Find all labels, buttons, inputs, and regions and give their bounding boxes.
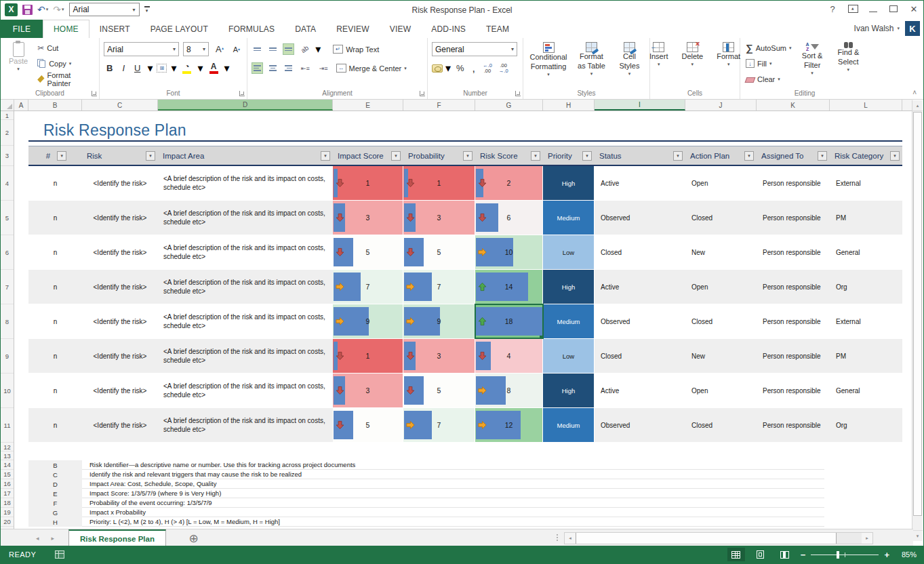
cell-impact-score[interactable]: 5 [333,408,403,442]
zoom-slider-thumb[interactable] [837,551,839,559]
cell-risk-category[interactable]: General [830,374,902,407]
qat-font-combo[interactable]: Arial▾ [69,3,140,16]
cell-assigned-to[interactable]: Person responsible [757,408,830,442]
cell-impact-score[interactable]: 9 [333,304,403,338]
cell-impact-area[interactable]: <A brief description of the risk and its… [158,339,333,373]
cell-impact-score[interactable]: 1 [333,339,403,373]
filter-button[interactable]: ▼ [57,151,66,161]
row-header-11[interactable]: 11 [1,408,14,443]
cell-status[interactable]: Observed [595,408,685,442]
filter-button[interactable]: ▼ [818,151,827,161]
sheet-title[interactable]: Risk Response Plan [28,120,902,142]
zoom-level[interactable]: 85% [896,550,917,559]
cell-risk-category[interactable]: External [830,166,902,200]
row-header-13[interactable]: 13 [1,451,14,460]
signed-in-user[interactable]: Ivan Walsh▾ [854,24,900,33]
row-header-6[interactable]: 6 [1,235,14,270]
cell-impact-score[interactable]: 3 [333,374,403,407]
borders-button[interactable]: ⊞ [157,64,167,73]
column-header-A[interactable]: A [14,100,28,110]
middle-align-button[interactable] [267,43,279,55]
legend-text[interactable]: Impact Area: Cost, Schedule, Scope, Qual… [82,479,824,489]
column-header-C[interactable]: C [82,100,158,110]
cell-probability[interactable]: 3 [403,201,475,235]
cell-risk[interactable]: <Identify the risk> [82,235,158,269]
cell-priority[interactable]: Medium [543,201,595,235]
dialog-launcher-icon[interactable] [420,91,425,96]
cell-probability[interactable]: 1 [403,166,475,200]
cell-risk-id[interactable]: n [28,339,82,373]
conditional-formatting-button[interactable]: Conditional Formatting▾ [527,41,569,87]
minimize-button[interactable] [868,2,879,16]
tab-formulas[interactable]: FORMULAS [218,20,285,38]
cell-risk[interactable]: <Identify the risk> [82,166,158,200]
filter-button[interactable]: ▼ [673,151,683,161]
filter-button[interactable]: ▼ [744,151,754,161]
cell-assigned-to[interactable]: Person responsible [757,201,830,235]
row-header-5[interactable]: 5 [1,201,14,235]
font-name-combo[interactable]: Arial▾ [104,42,179,56]
filter-button[interactable]: ▼ [146,151,155,161]
excel-logo-icon[interactable]: X [5,3,18,16]
legend-key[interactable]: F [28,498,82,508]
bottom-align-button[interactable] [283,43,294,55]
cell-impact-area[interactable]: <A brief description of the risk and its… [158,270,333,304]
cell-status[interactable]: Active [595,270,685,304]
font-color-button[interactable]: A [207,61,220,75]
align-left-button[interactable] [252,62,263,74]
cell-action-plan[interactable]: Open [685,270,757,304]
table-header-risk-category[interactable]: Risk Category▼ [830,146,902,165]
cell-status[interactable]: Active [595,374,685,407]
cell-priority[interactable]: Medium [543,304,595,338]
cell-priority[interactable]: High [543,166,595,200]
vertical-scrollbar[interactable]: ▴ ▾ [912,100,923,541]
cell-probability[interactable]: 7 [403,270,475,304]
column-header-H[interactable]: H [543,100,595,110]
dialog-launcher-icon[interactable] [239,91,245,96]
cell-risk-score[interactable]: 10 [475,235,543,269]
legend-text[interactable]: Priority: L (<2), M (2 to 4), H (> 4) [L… [82,517,824,527]
cell-status[interactable]: Observed [595,304,685,338]
cell-risk-id[interactable]: n [28,235,82,269]
maximize-button[interactable] [888,2,899,16]
cell-status[interactable]: Observed [595,201,685,235]
zoom-in-button[interactable]: + [884,550,889,560]
cell-impact-score[interactable]: 1 [333,166,403,200]
tab-team[interactable]: TEAM [476,20,519,38]
fill-color-button[interactable]: ◔ [180,61,193,75]
row-header-15[interactable]: 15 [1,470,14,479]
autosum-button[interactable]: ∑AutoSum▾ [744,41,792,55]
cell-risk[interactable]: <Identify the risk> [82,304,158,338]
cell-action-plan[interactable]: New [685,339,757,373]
tab-home[interactable]: HOME [43,20,89,38]
chevron-down-icon[interactable]: ▾ [171,62,176,75]
row-header-3[interactable]: 3 [1,146,14,166]
legend-key[interactable]: G [28,508,82,517]
horizontal-scrollbar[interactable]: ◂ ▸ [564,532,873,544]
filter-button[interactable]: ▼ [890,151,900,161]
cell-impact-score[interactable]: 5 [333,235,403,269]
column-header-J[interactable]: J [685,100,757,110]
cell-assigned-to[interactable]: Person responsible [757,270,830,304]
prev-sheet-button[interactable]: ◂ [36,535,39,542]
tab-file[interactable]: FILE [1,20,43,38]
top-align-button[interactable] [252,43,263,55]
page-layout-view-button[interactable] [752,548,769,561]
grow-font-button[interactable]: A▾ [213,42,226,56]
cell-action-plan[interactable]: Open [685,374,757,407]
shrink-font-button[interactable]: A▾ [230,42,243,56]
tab-view[interactable]: VIEW [380,20,421,38]
cell-assigned-to[interactable]: Person responsible [757,235,830,269]
format-as-table-button[interactable]: Format as Table▾ [572,41,611,87]
cell-risk-category[interactable]: General [830,235,902,269]
increase-decimal-button[interactable]: ←.0.00 [481,63,494,74]
cell-impact-area[interactable]: <A brief description of the risk and its… [158,235,333,269]
cell-risk-id[interactable]: n [28,304,82,338]
avatar[interactable]: K [905,21,920,36]
percent-style-button[interactable]: % [454,61,467,75]
cell-assigned-to[interactable]: Person responsible [757,339,830,373]
column-header-D[interactable]: D [158,100,333,110]
number-format-combo[interactable]: General▾ [432,42,517,56]
cell-risk[interactable]: <Identify the risk> [82,374,158,407]
chevron-down-icon[interactable]: ▾ [315,43,321,56]
